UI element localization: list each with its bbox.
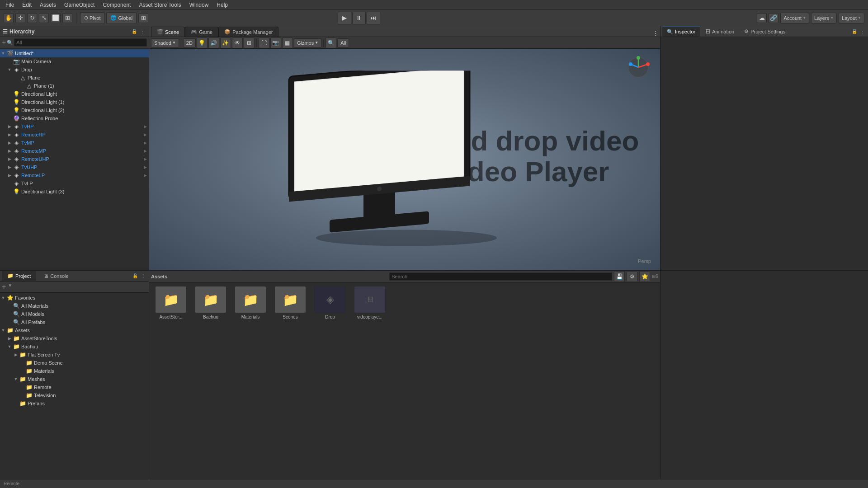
scene-grid-btn[interactable]: ⊞ <box>244 38 255 48</box>
hierarchy-item-directional-light3[interactable]: 💡Directional Light (3) <box>0 188 149 196</box>
tab-project-settings[interactable]: ⚙ Project Settings <box>740 27 790 37</box>
hierarchy-item-drop[interactable]: ▼◈Drop <box>0 66 149 74</box>
hierarchy-item-plane1[interactable]: △Plane (1) <box>0 82 149 90</box>
project-item-favorites[interactable]: ▼⭐Favorites <box>0 294 149 302</box>
project-item-assetstoretools[interactable]: ▶📁AssetStoreTools <box>0 334 149 343</box>
menu-gameobject[interactable]: GameObject <box>61 1 98 9</box>
tool-rect[interactable]: ⬜ <box>51 13 61 23</box>
project-item-remote[interactable]: 📁Remote <box>0 383 149 391</box>
tab-project[interactable]: 📁 Project <box>2 271 36 281</box>
right-panel-lock-btn[interactable]: 🔓 <box>851 28 858 35</box>
hierarchy-item-tvmp[interactable]: ▶◈TvMP▶ <box>0 139 149 147</box>
collab-icon[interactable]: 🔗 <box>769 13 778 23</box>
project-item-television[interactable]: 📁Television <box>0 391 149 399</box>
asset-item-assetstore[interactable]: 📁AssetStor... <box>153 286 189 319</box>
menu-window[interactable]: Window <box>186 1 212 9</box>
layers-dropdown[interactable]: Layers ▼ <box>811 13 837 23</box>
project-menu-btn[interactable]: ⋮ <box>140 272 147 280</box>
snap-settings-btn[interactable]: ⊞ <box>138 13 148 23</box>
hierarchy-item-tvlp[interactable]: ◈TvLP <box>0 179 149 188</box>
project-arrow-btn[interactable]: ▼ <box>8 283 12 291</box>
menu-file[interactable]: File <box>2 1 18 9</box>
tool-transform[interactable]: ⊞ <box>62 13 72 23</box>
menu-help[interactable]: Help <box>213 1 231 9</box>
scene-tab-menu-btn[interactable]: ⋮ <box>653 30 658 37</box>
hierarchy-item-directional-light1[interactable]: 💡Directional Light (1) <box>0 98 149 106</box>
asset-item-scenes[interactable]: 📁Scenes <box>272 286 308 319</box>
project-item-all-prefabs[interactable]: 🔍All Prefabs <box>0 318 149 326</box>
scene-light-btn[interactable]: 💡 <box>197 38 208 48</box>
assets-filter-btn[interactable]: ⚙ <box>627 271 637 282</box>
asset-item-videoplayb[interactable]: 🖥videoplaye... <box>352 286 388 319</box>
tab-animation[interactable]: 🎞 Animation <box>701 27 739 37</box>
asset-item-drop[interactable]: ◈Drop <box>312 286 348 319</box>
project-item-bachuu[interactable]: ▼📁Bachuu <box>0 343 149 351</box>
hierarchy-item-tvuhp[interactable]: ▶◈TvUHP▶ <box>0 163 149 171</box>
project-item-flat-screen-tv[interactable]: ▶📁Flat Screen Tv <box>0 351 149 359</box>
layout-dropdown[interactable]: Layout ▼ <box>839 13 864 23</box>
step-button[interactable]: ⏭ <box>367 12 380 24</box>
tool-hand[interactable]: ✋ <box>4 13 14 23</box>
project-item-materials-sub[interactable]: 📁Materials <box>0 367 149 375</box>
asset-item-materials[interactable]: 📁Materials <box>232 286 269 319</box>
project-item-demo-scene[interactable]: 📁Demo Scene <box>0 359 149 367</box>
project-item-prefabs[interactable]: 📁Prefabs <box>0 399 149 408</box>
scene-view[interactable]: Just drag and drop video file into Video… <box>149 49 660 270</box>
tab-package-manager[interactable]: 📦 Package Manager <box>218 27 278 37</box>
hierarchy-item-remotelp[interactable]: ▶◈RemoteLP▶ <box>0 171 149 179</box>
hierarchy-item-remotehp[interactable]: ▶◈RemoteHP▶ <box>0 131 149 139</box>
shaded-dropdown[interactable]: Shaded ▼ <box>151 38 179 47</box>
hierarchy-search-input[interactable] <box>14 38 147 47</box>
scene-effects-btn[interactable]: ✨ <box>220 38 231 48</box>
hierarchy-add-btn[interactable]: + <box>2 38 6 47</box>
menu-component[interactable]: Component <box>99 1 134 9</box>
asset-item-bachuu[interactable]: 📁Bachuu <box>193 286 229 319</box>
scene-hidden-btn[interactable]: 👁 <box>232 38 243 48</box>
project-add-btn[interactable]: + <box>2 283 6 291</box>
hierarchy-item-directional-light[interactable]: 💡Directional Light <box>0 90 149 98</box>
hierarchy-menu-btn[interactable]: ⋮ <box>139 28 146 35</box>
scene-audio-btn[interactable]: 🔊 <box>208 38 219 48</box>
pivot-button[interactable]: ⊙ Pivot <box>80 12 104 24</box>
global-button[interactable]: 🌐 Global <box>106 12 137 24</box>
tool-rotate[interactable]: ↻ <box>27 13 37 23</box>
all-label-btn[interactable]: All <box>337 38 349 47</box>
project-item-meshes[interactable]: ▼📁Meshes <box>0 375 149 383</box>
scene-render-btn[interactable]: ▦ <box>282 38 293 48</box>
assets-search-input[interactable] <box>389 272 612 281</box>
hierarchy-item-remotemp[interactable]: ▶◈RemoteMP▶ <box>0 147 149 155</box>
hierarchy-item-directional-light2[interactable]: 💡Directional Light (2) <box>0 106 149 114</box>
hierarchy-lock-btn[interactable]: 🔓 <box>131 28 138 35</box>
assets-star-btn[interactable]: ⭐ <box>639 271 650 282</box>
project-item-assets[interactable]: ▼📁Assets <box>0 326 149 334</box>
hierarchy-item-remoteuhp[interactable]: ▶◈RemoteUHP▶ <box>0 155 149 163</box>
project-item-all-materials[interactable]: 🔍All Materials <box>0 302 149 310</box>
tool-move[interactable]: ✛ <box>15 13 25 23</box>
scene-camera-btn[interactable]: 📷 <box>270 38 281 48</box>
menu-assetstoretools[interactable]: Asset Store Tools <box>135 1 184 9</box>
assets-save-btn[interactable]: 💾 <box>614 271 625 282</box>
tab-game[interactable]: 🎮 Game <box>185 27 218 37</box>
play-button[interactable]: ▶ <box>338 12 351 24</box>
tab-inspector[interactable]: 🔍 Inspector <box>662 27 700 37</box>
tab-console[interactable]: 🖥 Console <box>38 271 74 281</box>
hierarchy-item-reflection-probe[interactable]: 🔮Reflection Probe <box>0 114 149 122</box>
tool-scale[interactable]: ⤡ <box>39 13 49 23</box>
account-dropdown[interactable]: Account ▼ <box>780 13 809 23</box>
hierarchy-item-untitled[interactable]: ▼🎬Untitled* <box>0 49 149 57</box>
menu-assets[interactable]: Assets <box>36 1 60 9</box>
2d-button[interactable]: 2D <box>183 38 196 47</box>
gizmos-dropdown[interactable]: Gizmos ▼ <box>294 38 321 47</box>
hierarchy-item-main-camera[interactable]: 📷Main Camera <box>0 57 149 66</box>
scene-search-icon[interactable]: 🔍 <box>326 38 336 48</box>
cloud-build-icon[interactable]: ☁ <box>757 13 767 23</box>
menu-edit[interactable]: Edit <box>19 1 35 9</box>
project-item-all-models[interactable]: 🔍All Models <box>0 310 149 318</box>
hierarchy-item-tvhp[interactable]: ▶◈TvHP▶ <box>0 122 149 131</box>
project-lock-btn[interactable]: 🔓 <box>132 272 139 280</box>
pause-button[interactable]: ⏸ <box>352 12 366 24</box>
hierarchy-item-plane[interactable]: △Plane <box>0 74 149 82</box>
right-panel-menu-btn[interactable]: ⋮ <box>859 28 866 35</box>
tab-scene[interactable]: 🎬 Scene <box>151 27 185 37</box>
scene-maximize-btn[interactable]: ⛶ <box>259 38 269 48</box>
